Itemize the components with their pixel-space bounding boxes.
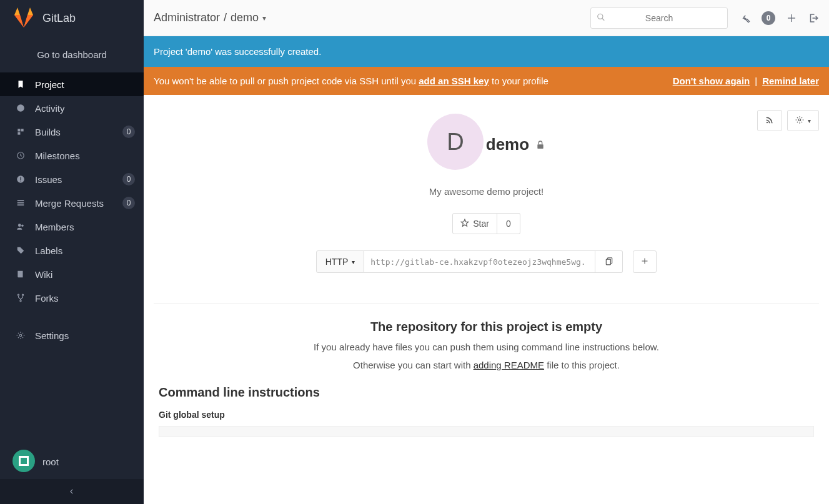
empty-repo-line2: Otherwise you can start with adding READ… <box>154 360 819 370</box>
sidebar-item-labels[interactable]: Labels <box>0 239 144 262</box>
svg-rect-6 <box>20 177 21 180</box>
project-settings-dropdown[interactable]: ▾ <box>787 110 819 131</box>
fork-icon <box>15 294 26 302</box>
star-button[interactable]: Star <box>452 213 497 234</box>
bookmark-icon <box>15 80 26 89</box>
add-ssh-key-link[interactable]: add an SSH key <box>419 76 489 86</box>
sidebar-item-count: 0 <box>122 173 135 185</box>
svg-rect-9 <box>17 202 24 204</box>
sidebar-item-count: 0 <box>122 126 135 138</box>
tasks-icon <box>15 199 26 207</box>
svg-point-11 <box>18 224 21 227</box>
cogs-icon <box>15 331 26 340</box>
sidebar-item-project[interactable]: Project <box>0 72 144 96</box>
breadcrumb-project: demo <box>231 11 259 24</box>
sidebar-item-builds[interactable]: Builds 0 <box>0 120 144 144</box>
sidebar-item-label: Wiki <box>35 269 135 280</box>
rss-button[interactable] <box>757 110 782 131</box>
new-plus-button[interactable] <box>787 13 797 23</box>
breadcrumb-owner: Administrator <box>154 11 220 24</box>
svg-point-0 <box>17 104 24 112</box>
go-to-dashboard-link[interactable]: Go to dashboard <box>0 36 144 72</box>
sidebar-item-members[interactable]: Members <box>0 215 144 239</box>
star-count: 0 <box>497 213 520 234</box>
sidebar-item-label: Forks <box>35 293 135 304</box>
sidebar-item-settings[interactable]: Settings <box>0 324 144 347</box>
project-avatar: D <box>427 114 484 170</box>
sidebar-item-label: Issues <box>35 174 114 185</box>
svg-rect-2 <box>21 129 24 131</box>
add-button[interactable] <box>633 250 657 273</box>
main-content: Project 'demo' was successfully created.… <box>144 36 829 442</box>
adding-readme-link[interactable]: adding README <box>474 360 544 370</box>
rss-icon <box>765 116 774 126</box>
sidebar-item-wiki[interactable]: Wiki <box>0 262 144 286</box>
svg-point-14 <box>22 294 23 295</box>
gitlab-logo-icon <box>12 6 35 31</box>
sidebar-item-label: Activity <box>35 103 135 114</box>
sign-out-button[interactable] <box>808 12 819 24</box>
svg-point-22 <box>798 119 801 121</box>
dont-show-again-link[interactable]: Don't show again <box>673 76 750 86</box>
tags-icon <box>15 246 26 255</box>
cli-codebox <box>159 426 814 437</box>
brand-header[interactable]: GitLab <box>0 0 144 36</box>
sidebar-item-label: Milestones <box>35 151 135 161</box>
clipboard-icon <box>605 257 613 267</box>
cli-subhead: Git global setup <box>159 410 814 420</box>
flash-success: Project 'demo' was successfully created. <box>144 36 829 67</box>
search-box <box>590 7 728 29</box>
collapse-sidebar-button[interactable] <box>0 479 144 504</box>
users-icon <box>15 222 26 231</box>
svg-rect-10 <box>17 204 24 205</box>
sidebar: GitLab Go to dashboard Project Activity … <box>0 0 144 504</box>
cubes-icon <box>15 127 26 136</box>
sidebar-item-count: 0 <box>122 197 135 209</box>
search-input[interactable] <box>590 7 728 29</box>
project-title: demo <box>486 135 545 154</box>
svg-point-16 <box>19 334 22 337</box>
chevron-down-icon: ▾ <box>808 117 811 124</box>
sidebar-item-forks[interactable]: Forks <box>0 286 144 310</box>
sidebar-item-issues[interactable]: Issues 0 <box>0 167 144 191</box>
sidebar-item-label: Members <box>35 222 135 232</box>
sidebar-item-label: Labels <box>35 245 135 256</box>
empty-repo-section: The repository for this project is empty… <box>154 303 819 370</box>
chevron-down-icon: ▾ <box>262 14 266 22</box>
svg-point-21 <box>767 121 768 122</box>
gear-icon <box>795 116 804 126</box>
svg-rect-7 <box>20 180 21 181</box>
sidebar-item-merge-requests[interactable]: Merge Requests 0 <box>0 191 144 215</box>
exclamation-icon <box>15 175 26 184</box>
sidebar-item-label: Builds <box>35 127 114 137</box>
brand-name: GitLab <box>42 12 76 25</box>
sidebar-item-milestones[interactable]: Milestones <box>0 144 144 167</box>
flash-ssh-warning: You won't be able to pull or push projec… <box>144 67 829 95</box>
clone-url-input[interactable] <box>364 250 595 273</box>
protocol-dropdown[interactable]: HTTP ▾ <box>316 250 365 273</box>
project-description: My awesome demo project! <box>154 186 819 197</box>
cli-heading: Command line instructions <box>159 385 814 400</box>
flash-warn-text: You won't be able to pull or push projec… <box>154 76 549 86</box>
sidebar-item-label: Project <box>35 79 135 90</box>
current-user[interactable]: root <box>0 444 144 479</box>
svg-rect-19 <box>21 458 27 464</box>
svg-point-15 <box>20 300 21 302</box>
current-user-name: root <box>42 457 59 467</box>
svg-point-13 <box>17 294 19 295</box>
breadcrumb[interactable]: Administrator / demo ▾ <box>154 11 266 24</box>
remind-later-link[interactable]: Remind later <box>762 76 819 86</box>
sidebar-nav: Project Activity Builds 0 Milestones I <box>0 72 144 347</box>
dashboard-icon <box>15 104 26 112</box>
svg-rect-3 <box>17 132 20 135</box>
todos-count-badge[interactable]: 0 <box>762 11 775 25</box>
admin-wrench-button[interactable] <box>739 12 750 24</box>
sidebar-item-activity[interactable]: Activity <box>0 96 144 120</box>
copy-url-button[interactable] <box>595 250 623 273</box>
svg-rect-25 <box>606 259 610 265</box>
avatar-icon <box>12 450 35 474</box>
chevron-left-icon <box>69 487 75 497</box>
book-icon <box>15 270 26 279</box>
topbar: Administrator / demo ▾ 0 <box>144 0 829 36</box>
svg-rect-1 <box>17 129 20 131</box>
